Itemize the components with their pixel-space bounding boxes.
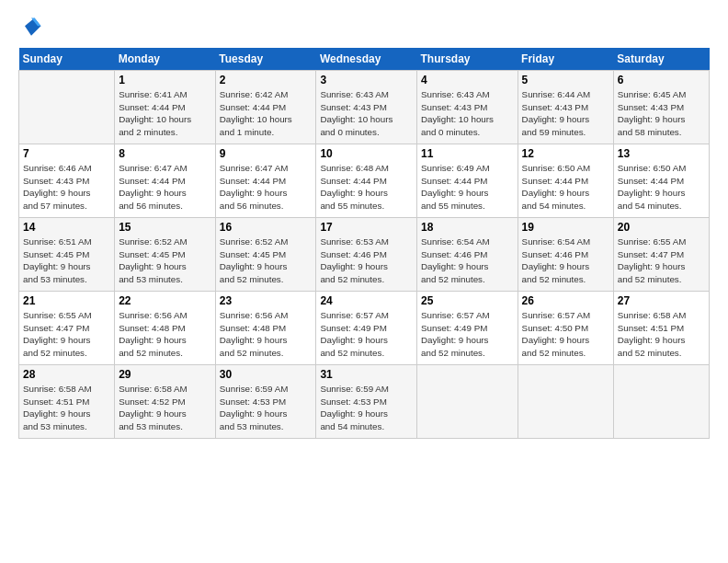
- day-number: 28: [23, 368, 110, 381]
- day-info: Sunrise: 6:57 AM Sunset: 4:49 PM Dayligh…: [421, 309, 514, 360]
- day-cell: 8Sunrise: 6:47 AM Sunset: 4:44 PM Daylig…: [115, 144, 216, 218]
- day-number: 29: [119, 368, 211, 381]
- day-info: Sunrise: 6:46 AM Sunset: 4:43 PM Dayligh…: [23, 162, 110, 213]
- day-info: Sunrise: 6:43 AM Sunset: 4:43 PM Dayligh…: [320, 88, 413, 139]
- day-cell: 12Sunrise: 6:50 AM Sunset: 4:44 PM Dayli…: [518, 144, 613, 218]
- day-cell: 18Sunrise: 6:54 AM Sunset: 4:46 PM Dayli…: [417, 218, 518, 292]
- day-number: 19: [522, 221, 609, 234]
- day-cell: 31Sunrise: 6:59 AM Sunset: 4:53 PM Dayli…: [316, 365, 417, 439]
- day-cell: 16Sunrise: 6:52 AM Sunset: 4:45 PM Dayli…: [215, 218, 316, 292]
- day-info: Sunrise: 6:55 AM Sunset: 4:47 PM Dayligh…: [23, 309, 110, 360]
- day-info: Sunrise: 6:59 AM Sunset: 4:53 PM Dayligh…: [220, 383, 313, 433]
- day-info: Sunrise: 6:48 AM Sunset: 4:44 PM Dayligh…: [320, 162, 413, 213]
- day-number: 31: [320, 368, 413, 381]
- day-info: Sunrise: 6:52 AM Sunset: 4:45 PM Dayligh…: [119, 236, 211, 286]
- calendar-table: SundayMondayTuesdayWednesdayThursdayFrid…: [18, 48, 710, 439]
- day-cell: 19Sunrise: 6:54 AM Sunset: 4:46 PM Dayli…: [518, 218, 613, 292]
- day-info: Sunrise: 6:56 AM Sunset: 4:48 PM Dayligh…: [220, 309, 313, 360]
- header: [18, 15, 710, 40]
- day-cell: 22Sunrise: 6:56 AM Sunset: 4:48 PM Dayli…: [115, 292, 216, 365]
- day-number: 22: [119, 294, 211, 307]
- header-day: Friday: [518, 48, 613, 71]
- week-row: 1Sunrise: 6:41 AM Sunset: 4:44 PM Daylig…: [19, 71, 710, 144]
- day-cell: 20Sunrise: 6:55 AM Sunset: 4:47 PM Dayli…: [613, 218, 709, 292]
- day-cell: 13Sunrise: 6:50 AM Sunset: 4:44 PM Dayli…: [613, 144, 709, 218]
- day-cell: 5Sunrise: 6:44 AM Sunset: 4:43 PM Daylig…: [518, 71, 613, 144]
- header-day: Wednesday: [316, 48, 417, 71]
- day-number: 8: [119, 147, 211, 160]
- day-info: Sunrise: 6:59 AM Sunset: 4:53 PM Dayligh…: [320, 383, 413, 433]
- day-cell: 24Sunrise: 6:57 AM Sunset: 4:49 PM Dayli…: [316, 292, 417, 365]
- day-number: 23: [220, 294, 313, 307]
- day-number: 21: [23, 294, 110, 307]
- day-info: Sunrise: 6:44 AM Sunset: 4:43 PM Dayligh…: [522, 88, 609, 139]
- day-number: 26: [522, 294, 609, 307]
- day-number: 3: [320, 74, 413, 86]
- week-row: 28Sunrise: 6:58 AM Sunset: 4:51 PM Dayli…: [19, 365, 710, 439]
- day-info: Sunrise: 6:47 AM Sunset: 4:44 PM Dayligh…: [119, 162, 211, 213]
- day-cell: 10Sunrise: 6:48 AM Sunset: 4:44 PM Dayli…: [316, 144, 417, 218]
- logo-icon: [18, 15, 44, 40]
- day-info: Sunrise: 6:51 AM Sunset: 4:45 PM Dayligh…: [23, 236, 110, 286]
- day-number: 10: [320, 147, 413, 160]
- header-day: Tuesday: [215, 48, 316, 71]
- day-cell: 17Sunrise: 6:53 AM Sunset: 4:46 PM Dayli…: [316, 218, 417, 292]
- day-number: 27: [618, 294, 705, 307]
- header-day: Thursday: [417, 48, 518, 71]
- day-number: 16: [220, 221, 313, 234]
- day-number: 2: [220, 74, 313, 86]
- day-cell: 21Sunrise: 6:55 AM Sunset: 4:47 PM Dayli…: [19, 292, 115, 365]
- day-info: Sunrise: 6:41 AM Sunset: 4:44 PM Dayligh…: [119, 88, 211, 139]
- day-number: 14: [23, 221, 110, 234]
- day-cell: 9Sunrise: 6:47 AM Sunset: 4:44 PM Daylig…: [215, 144, 316, 218]
- day-number: 13: [618, 147, 705, 160]
- day-number: 11: [421, 147, 514, 160]
- day-number: 17: [320, 221, 413, 234]
- day-info: Sunrise: 6:49 AM Sunset: 4:44 PM Dayligh…: [421, 162, 514, 213]
- day-info: Sunrise: 6:54 AM Sunset: 4:46 PM Dayligh…: [522, 236, 609, 286]
- day-number: 18: [421, 221, 514, 234]
- day-cell: 23Sunrise: 6:56 AM Sunset: 4:48 PM Dayli…: [215, 292, 316, 365]
- day-cell: 14Sunrise: 6:51 AM Sunset: 4:45 PM Dayli…: [19, 218, 115, 292]
- day-cell: [613, 365, 709, 439]
- day-cell: 27Sunrise: 6:58 AM Sunset: 4:51 PM Dayli…: [613, 292, 709, 365]
- day-cell: 6Sunrise: 6:45 AM Sunset: 4:43 PM Daylig…: [613, 71, 709, 144]
- day-cell: 15Sunrise: 6:52 AM Sunset: 4:45 PM Dayli…: [115, 218, 216, 292]
- header-row: SundayMondayTuesdayWednesdayThursdayFrid…: [19, 48, 710, 71]
- week-row: 14Sunrise: 6:51 AM Sunset: 4:45 PM Dayli…: [19, 218, 710, 292]
- day-cell: 7Sunrise: 6:46 AM Sunset: 4:43 PM Daylig…: [19, 144, 115, 218]
- day-cell: 30Sunrise: 6:59 AM Sunset: 4:53 PM Dayli…: [215, 365, 316, 439]
- day-info: Sunrise: 6:56 AM Sunset: 4:48 PM Dayligh…: [119, 309, 211, 360]
- svg-marker-0: [25, 18, 41, 36]
- day-number: 15: [119, 221, 211, 234]
- day-number: 12: [522, 147, 609, 160]
- day-info: Sunrise: 6:58 AM Sunset: 4:51 PM Dayligh…: [618, 309, 705, 360]
- day-info: Sunrise: 6:55 AM Sunset: 4:47 PM Dayligh…: [618, 236, 705, 286]
- header-day: Monday: [115, 48, 216, 71]
- day-cell: 4Sunrise: 6:43 AM Sunset: 4:43 PM Daylig…: [417, 71, 518, 144]
- day-number: 4: [421, 74, 514, 86]
- header-day: Saturday: [613, 48, 709, 71]
- day-number: 9: [220, 147, 313, 160]
- day-cell: 29Sunrise: 6:58 AM Sunset: 4:52 PM Dayli…: [115, 365, 216, 439]
- day-info: Sunrise: 6:53 AM Sunset: 4:46 PM Dayligh…: [320, 236, 413, 286]
- day-info: Sunrise: 6:47 AM Sunset: 4:44 PM Dayligh…: [220, 162, 313, 213]
- day-info: Sunrise: 6:58 AM Sunset: 4:52 PM Dayligh…: [119, 383, 211, 433]
- day-info: Sunrise: 6:50 AM Sunset: 4:44 PM Dayligh…: [522, 162, 609, 213]
- day-cell: 25Sunrise: 6:57 AM Sunset: 4:49 PM Dayli…: [417, 292, 518, 365]
- day-number: 7: [23, 147, 110, 160]
- logo: [18, 15, 48, 40]
- day-info: Sunrise: 6:42 AM Sunset: 4:44 PM Dayligh…: [220, 88, 313, 139]
- day-number: 6: [618, 74, 705, 86]
- day-number: 25: [421, 294, 514, 307]
- day-cell: [19, 71, 115, 144]
- day-number: 24: [320, 294, 413, 307]
- day-number: 1: [119, 74, 211, 86]
- day-cell: 2Sunrise: 6:42 AM Sunset: 4:44 PM Daylig…: [215, 71, 316, 144]
- day-number: 5: [522, 74, 609, 86]
- week-row: 21Sunrise: 6:55 AM Sunset: 4:47 PM Dayli…: [19, 292, 710, 365]
- day-cell: [417, 365, 518, 439]
- day-info: Sunrise: 6:57 AM Sunset: 4:50 PM Dayligh…: [522, 309, 609, 360]
- day-number: 30: [220, 368, 313, 381]
- day-info: Sunrise: 6:54 AM Sunset: 4:46 PM Dayligh…: [421, 236, 514, 286]
